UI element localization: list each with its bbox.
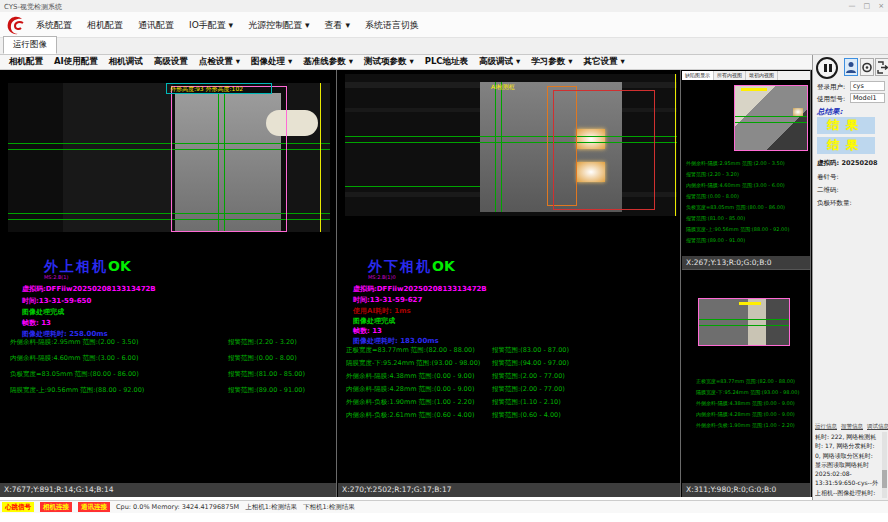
tool-spotcheck-settings[interactable]: 点检设置 ▾: [199, 56, 240, 68]
menu-system-config[interactable]: 系统配置: [36, 19, 72, 32]
app-window: CYS-视觉检测系统 — □ × 系统配置 相机配置 通讯配置 IO手配置 ▾ …: [0, 0, 888, 522]
tab-debug-info[interactable]: 调试信息: [867, 423, 888, 430]
tab-defect-view[interactable]: 缺陷图显示: [682, 71, 714, 80]
baseline-line: [345, 186, 480, 187]
bottom-camera-result[interactable]: 下相机1:检测结果: [303, 503, 355, 512]
pixel-coords-middle: X:270;Y:2502;R:17;G:17;B:17: [338, 483, 680, 497]
log-scrollbar[interactable]: [882, 432, 887, 498]
thumb-info-line: 内侧余料-隔膜:4.28mm 范围:(0.00 - 9.00): [696, 411, 795, 417]
thumb-info-line: 外侧余料-隔膜:2.95mm 范围:(2.00 - 3.50): [686, 160, 785, 166]
baseline-line: [699, 319, 789, 320]
measurement-row: 内侧余料-隔膜:4.28mm 范围:(0.00 - 9.00): [346, 385, 474, 394]
measurement-row: 负极宽度=83.05mm 范围:(80.00 - 86.00): [10, 370, 139, 379]
secondary-toolbar: 相机配置 AI使用配置 相机调试 高级设置 点检设置 ▾ 图像处理 ▾ 基准线参…: [0, 55, 812, 70]
tool-advanced-settings[interactable]: 高级设置: [154, 56, 188, 68]
height-overlay-label: 外形高度:93 外形高度:102: [170, 85, 243, 94]
tool-test-params[interactable]: 测试项参数 ▾: [364, 56, 414, 68]
thumb-info-line: 报警范围:(89.00 - 91.00): [686, 237, 745, 243]
top-camera-result[interactable]: 上相机1:检测结果: [245, 503, 297, 512]
panel-divider: [680, 70, 681, 497]
total-result-label: 总结果:: [817, 107, 843, 117]
heartbeat-badge: 心跳信号: [2, 502, 34, 512]
panel-divider: [336, 70, 337, 497]
log-output: 耗时: 222, 网络检测耗时: 17, 网络分发耗时: 0, 网络读取分区耗时…: [815, 432, 879, 498]
tool-camera-debug[interactable]: 相机调试: [109, 56, 143, 68]
menu-comm-config[interactable]: 通讯配置: [138, 19, 174, 32]
virtual-code-label: 虚拟码: 20250208: [817, 159, 878, 168]
barcode-line: 虚拟码:DFFiiw2025020813313472B: [22, 284, 156, 294]
frame-count-line: 帧数: 13: [22, 318, 51, 328]
window-title: CYS-视觉检测系统: [4, 2, 62, 12]
ruler-line-yellow: [320, 83, 321, 232]
comm-connect-badge: 通讯连接: [78, 502, 110, 512]
ruler-line-yellow: [675, 74, 676, 216]
baseline-line: [735, 116, 807, 117]
elapsed-line: 图像处理耗时: 183.00ms: [353, 336, 439, 346]
roi-rect-magenta: [171, 86, 287, 232]
result-badge-bottom: 结果: [817, 137, 875, 154]
tool-baseline-params[interactable]: 基准线参数 ▾: [303, 56, 353, 68]
thumb-info-line: 报警范围:(2.20 - 3.20): [686, 171, 739, 177]
tool-image-processing[interactable]: 图像处理 ▾: [251, 56, 292, 68]
thumb-info-line: 隔膜宽度-下:95.24mm 范围:(93.00 - 98.00): [696, 389, 799, 395]
tab-initial-views[interactable]: 最初内视图: [746, 71, 778, 80]
login-user-field[interactable]: cys: [850, 81, 885, 91]
alarm-range: 报警范围:(0.60 - 4.00): [492, 411, 561, 420]
model-field[interactable]: Model1: [850, 93, 885, 103]
pause-icon: [824, 64, 827, 72]
camera-status-ok: OK: [432, 258, 455, 274]
qr-code-label: 二维码:: [817, 186, 839, 195]
thumbnail-image: [698, 298, 790, 346]
thumb-info-line: 正极宽度=83.77mm 范围:(82.00 - 88.00): [696, 378, 795, 384]
exit-button[interactable]: [875, 58, 888, 76]
camera-image-middle[interactable]: AI检测框: [345, 74, 677, 216]
measurement-row: 外侧余料-隔膜:2.95mm 范围:(2.00 - 3.50): [10, 338, 138, 347]
baseline-line: [735, 122, 807, 123]
scene-structure: [63, 83, 173, 232]
status-bar: 心跳信号 相机连接 通讯连接 Cpu: 0.0% Memory: 3424.41…: [0, 500, 888, 513]
time-line: 时间:13-31-59-650: [22, 296, 91, 306]
tool-plc-address[interactable]: PLC地址表: [425, 56, 468, 68]
tab-run-info[interactable]: 运行信息: [815, 423, 837, 430]
menu-language-switch[interactable]: 系统语言切换: [365, 19, 419, 32]
menu-view[interactable]: 查看 ▾: [325, 19, 350, 32]
tab-all-views[interactable]: 所有内视图: [714, 71, 746, 80]
tab-running-image[interactable]: 运行图像: [3, 36, 57, 54]
tool-camera-config[interactable]: 相机配置: [9, 56, 43, 68]
process-done-line: 图像处理完成: [353, 316, 395, 326]
tool-ai-config[interactable]: AI使用配置: [54, 56, 98, 68]
scene-structure: [288, 83, 330, 232]
tool-learning-params[interactable]: 学习参数 ▾: [531, 56, 572, 68]
ai-time-line: 使用AI耗时: 1ms: [353, 306, 411, 316]
gear-icon: [862, 61, 872, 74]
measurement-row: 隔膜宽度-下:95.24mm 范围:(93.00 - 98.00): [346, 359, 480, 368]
ai-detect-label: AI检测框: [491, 83, 515, 92]
tab-strip: 运行图像: [0, 38, 888, 55]
process-done-line: 图像处理完成: [22, 307, 64, 317]
model-label: 使用型号:: [817, 95, 845, 104]
menu-light-config[interactable]: 光源控制配置 ▾: [248, 19, 309, 32]
settings-button[interactable]: [860, 58, 874, 76]
pause-button[interactable]: [816, 57, 838, 79]
measurement-row: 外侧余料-隔膜:4.38mm 范围:(0.00 - 9.00): [346, 372, 474, 381]
scrollbar-thumb[interactable]: [882, 470, 887, 488]
pixel-coords-thumb2: X:311;Y:980;R:0;G:0;B:0: [682, 483, 810, 497]
measurement-row: 外侧余料-负极:1.90mm 范围:(1.00 - 2.20): [346, 398, 474, 407]
user-lock-button[interactable]: [844, 58, 858, 76]
app-logo-icon: [5, 15, 27, 36]
thumb-info-line: 报警范围:(0.00 - 8.00): [686, 193, 739, 199]
close-icon[interactable]: ×: [878, 1, 884, 11]
camera-panel-middle: AI检测框 外下相机OK MS:2.B(1)0 虚拟码:DFFiiw202502…: [338, 70, 680, 497]
menu-io-config[interactable]: IO手配置 ▾: [189, 19, 233, 32]
tool-other-settings[interactable]: 其它设置 ▾: [584, 56, 625, 68]
menu-camera-config[interactable]: 相机配置: [87, 19, 123, 32]
thumbnail-panel-top[interactable]: 外侧余料-隔膜:2.95mm 范围:(2.00 - 3.50) 报警范围:(2.…: [682, 80, 810, 270]
camera-image-left[interactable]: 外形高度:93 外形高度:102: [8, 83, 330, 232]
tab-alarm-info[interactable]: 报警信息: [841, 423, 863, 430]
thumbnail-panel-bottom[interactable]: 正极宽度=83.77mm 范围:(82.00 - 88.00) 隔膜宽度-下:9…: [682, 270, 810, 497]
maximize-icon[interactable]: □: [864, 1, 871, 11]
login-user-label: 登录用户:: [817, 83, 845, 92]
tool-advanced-debug[interactable]: 高级调试 ▾: [479, 56, 520, 68]
minimize-icon[interactable]: —: [849, 1, 856, 11]
alarm-range: 报警范围:(89.00 - 91.00): [228, 386, 305, 395]
